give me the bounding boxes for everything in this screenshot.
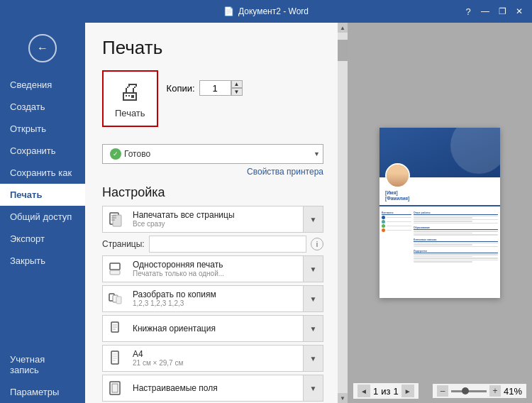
- cv-left-col: Контакты: [382, 209, 411, 263]
- setting-orientation-text: Книжная ориентация: [128, 321, 303, 336]
- help-button[interactable]: ?: [461, 4, 475, 18]
- scroll-track[interactable]: [338, 33, 348, 393]
- next-page-button[interactable]: ►: [401, 385, 414, 397]
- setting-paper-arrow[interactable]: ▼: [303, 346, 323, 371]
- setting-all-pages-arrow[interactable]: ▼: [303, 206, 323, 232]
- sidebar-item-obshij-dostup[interactable]: Общий доступ: [0, 206, 85, 228]
- setting-all-pages-text: Напечатать все страницы Все сразу: [128, 207, 303, 231]
- setting-orientation[interactable]: Книжная ориентация ▼: [102, 315, 323, 342]
- sidebar-item-otkryt[interactable]: Открыть: [0, 118, 85, 140]
- sidebar-item-pechat[interactable]: Печать: [0, 184, 85, 206]
- cv-dot-orange: [382, 228, 385, 232]
- setting-paper[interactable]: А4 21 см × 29,7 см ▼: [102, 345, 323, 372]
- setting-margins[interactable]: Настраиваемые поля ▼: [102, 375, 323, 402]
- sidebar-item-zakryt[interactable]: Закрыть: [0, 250, 85, 272]
- setting-all-pages[interactable]: Напечатать все страницы Все сразу ▼: [102, 206, 323, 233]
- pages-info-icon[interactable]: i: [311, 238, 323, 250]
- svg-rect-9: [116, 297, 121, 304]
- cv-section-skills: Ключевые навыки: [414, 238, 498, 242]
- sidebar-item-sozdat[interactable]: Создать: [0, 96, 85, 118]
- cv-line: [387, 217, 411, 219]
- print-button-label: Печать: [115, 108, 145, 118]
- content-area: Печать 🖨 Печать Копии: ▲: [85, 23, 532, 403]
- cv-section-edu: Образование: [414, 226, 498, 230]
- printer-dropdown[interactable]: ✓ Готово ▼: [102, 144, 323, 164]
- restore-button[interactable]: ❐: [495, 4, 509, 18]
- cv-line-r2: [414, 217, 472, 219]
- page-title: Печать: [102, 37, 323, 59]
- zoom-thumb[interactable]: [462, 387, 469, 394]
- cv-avatar: [385, 163, 410, 188]
- preview-area: [Имя] [Фамилия] Контакты: [348, 23, 532, 403]
- cv-section-other: Лидерство: [414, 250, 498, 253]
- setting-collate-arrow[interactable]: ▼: [303, 286, 323, 311]
- cv-line-s3: [414, 246, 498, 248]
- cv-line-o4: [414, 260, 498, 261]
- left-panel: Печать 🖨 Печать Копии: ▲: [85, 23, 338, 403]
- cv-contact-row-3: [382, 224, 411, 228]
- cv-name-line2: [Фамилия]: [385, 196, 494, 202]
- cv-line-e1: [414, 231, 498, 232]
- minimize-button[interactable]: —: [478, 4, 492, 18]
- cv-section-work: Опыт работы: [414, 211, 498, 215]
- cv-body: Контакты: [379, 209, 500, 263]
- printer-properties-link[interactable]: Свойства принтера: [102, 167, 323, 177]
- zoom-slider[interactable]: [451, 390, 487, 392]
- cv-contact-row-1: [382, 216, 411, 219]
- margins-icon: [103, 375, 128, 401]
- main-container: ← Сведения Создать Открыть Сохранить Сох…: [0, 23, 532, 403]
- copies-up-button[interactable]: ▲: [231, 80, 243, 88]
- cv-section-contact: Контакты: [382, 211, 411, 215]
- back-button[interactable]: ←: [28, 34, 57, 62]
- pages-label: Страницы:: [102, 239, 145, 249]
- close-button[interactable]: ✕: [512, 4, 526, 18]
- sidebar-item-sohranit[interactable]: Сохранить: [0, 140, 85, 162]
- zoom-control: – + 41%: [433, 384, 526, 398]
- setting-orientation-arrow[interactable]: ▼: [303, 316, 323, 341]
- setting-margins-arrow[interactable]: ▼: [303, 375, 323, 401]
- copies-down-button[interactable]: ▼: [231, 88, 243, 96]
- sidebar-item-eksport[interactable]: Экспорт: [0, 228, 85, 250]
- cv-header: [379, 128, 500, 177]
- sidebar-item-parametry[interactable]: Параметры: [0, 381, 85, 403]
- prev-page-button[interactable]: ◄: [358, 385, 370, 397]
- orientation-icon: [103, 316, 128, 341]
- cv-line: [387, 230, 411, 231]
- cv-line-o1: [414, 254, 498, 255]
- printer-section: ✓ Готово ▼ Свойства принтера: [102, 144, 323, 177]
- cv-contact-row-2: [382, 220, 411, 223]
- pages-input[interactable]: [149, 236, 306, 253]
- cv-line: [387, 226, 411, 227]
- printer-status: ✓ Готово: [109, 148, 150, 160]
- cv-line-o3: [414, 258, 498, 259]
- cv-line-s2: [414, 244, 472, 245]
- scroll-up-button[interactable]: ▲: [338, 23, 348, 33]
- print-button[interactable]: 🖨 Печать: [102, 70, 158, 127]
- setting-duplex-arrow[interactable]: ▼: [303, 256, 323, 282]
- setting-duplex[interactable]: Односторонняя печать Печатать только на …: [102, 255, 323, 282]
- svg-rect-6: [110, 270, 120, 275]
- cv-name-line1: [Имя]: [385, 190, 494, 196]
- svg-rect-20: [112, 384, 118, 392]
- scroll-down-button[interactable]: ▼: [338, 393, 348, 403]
- zoom-minus-button[interactable]: –: [437, 385, 448, 397]
- setting-collate[interactable]: Разобрать по копиям 1,2,3 1,2,3 1,2,3 ▼: [102, 285, 323, 312]
- cv-dot-teal: [382, 220, 385, 223]
- setting-duplex-text: Односторонняя печать Печатать только на …: [128, 257, 303, 281]
- zoom-plus-button[interactable]: +: [489, 385, 501, 397]
- cv-line-r4: [414, 221, 472, 222]
- title-bar: 📄 Документ2 - Word ? — ❐ ✕: [0, 0, 532, 23]
- setting-paper-text: А4 21 см × 29,7 см: [128, 346, 303, 370]
- left-scrollbar[interactable]: ▲ ▼: [338, 23, 348, 403]
- sidebar-item-svedenia[interactable]: Сведения: [0, 74, 85, 96]
- cv-line-e2: [414, 233, 472, 234]
- copies-control[interactable]: ▲ ▼: [199, 80, 243, 96]
- copies-input[interactable]: [199, 80, 231, 96]
- cv-dot-blue: [382, 216, 385, 219]
- sidebar-item-sohranit-kak[interactable]: Сохранить как: [0, 162, 85, 184]
- zoom-value: 41%: [504, 386, 522, 397]
- copies-spinner[interactable]: ▲ ▼: [231, 80, 243, 96]
- scroll-thumb[interactable]: [338, 40, 348, 61]
- title-bar-title: 📄 Документ2 - Word: [223, 6, 309, 16]
- sidebar-item-uchetnaya-zapis[interactable]: Учетная запись: [0, 348, 85, 381]
